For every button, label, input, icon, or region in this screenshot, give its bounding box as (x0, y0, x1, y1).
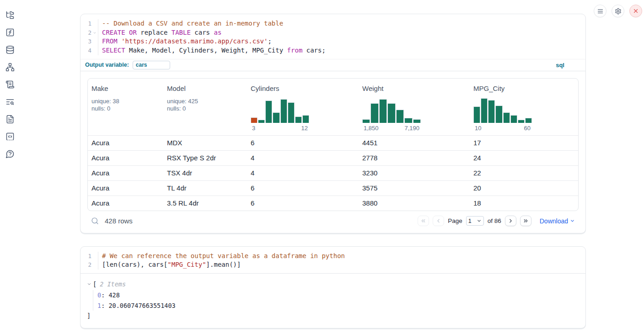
table-cell: TL 4dr (163, 184, 247, 192)
column-header-weight[interactable]: Weight1,8507,190 (359, 79, 470, 135)
page-select[interactable]: 1 (466, 216, 484, 226)
chevrons-right-page-button[interactable] (520, 216, 531, 226)
histogram-bar[interactable] (280, 99, 287, 123)
histogram-bar[interactable] (518, 120, 525, 123)
scroll-icon[interactable] (5, 79, 15, 90)
table-footer: 428 rows Page 1 of 86 Download (87, 211, 579, 231)
table-cell: TSX 4dr (163, 169, 247, 177)
code-text: CREATE OR replace TABLE cars as (98, 28, 221, 37)
histogram-bar[interactable] (510, 115, 517, 123)
document-icon[interactable] (5, 114, 15, 124)
column-summary: unique: 425nulls: 0 (167, 98, 243, 113)
histogram-max-label: 7,190 (404, 125, 419, 132)
histogram-bar[interactable] (404, 118, 412, 123)
column-histogram[interactable]: 1060 (473, 98, 532, 132)
histogram-bar[interactable] (265, 100, 272, 122)
histogram-bar[interactable] (295, 116, 302, 123)
code-line: 4SELECT Make, Model, Cylinders, Weight, … (80, 46, 585, 55)
fold-spacer (91, 252, 98, 261)
notebook-area: 1-- Download a CSV and create an in-memo… (80, 14, 586, 328)
notebook-actions-toolbar (594, 5, 642, 17)
histogram-bar[interactable] (273, 112, 279, 123)
fold-chevron-icon[interactable] (91, 28, 98, 37)
histogram-bar[interactable] (258, 120, 265, 123)
output-variable-label: Output variable: (85, 62, 129, 68)
code-line: 3FROM 'https://datasets.marimo.app/cars.… (80, 37, 585, 46)
line-number: 2 (80, 260, 91, 270)
download-button[interactable]: Download (540, 217, 575, 225)
histogram-bar[interactable] (525, 118, 532, 123)
function-icon[interactable] (5, 27, 15, 37)
sql-code-editor[interactable]: 1-- Download a CSV and create an in-memo… (80, 14, 585, 59)
page-select-value: 1 (468, 218, 472, 224)
line-number: 4 (80, 46, 91, 55)
settings-button[interactable] (612, 5, 624, 17)
table-cell: 6 (247, 184, 359, 192)
column-label: Make (91, 85, 160, 92)
column-label: Model (167, 85, 243, 92)
column-header-model[interactable]: Modelunique: 425nulls: 0 (163, 79, 247, 135)
chevrons-left-page-button (418, 216, 429, 226)
column-histogram[interactable]: 1,8507,190 (362, 98, 421, 132)
close-button[interactable] (629, 5, 642, 17)
table-cell: 17 (470, 139, 578, 147)
output-variable-input[interactable] (133, 61, 170, 69)
histogram-bar[interactable] (370, 103, 378, 123)
items-count-label: 2 Items (100, 280, 126, 288)
row-count: 428 rows (105, 217, 133, 225)
python-code-editor[interactable]: 1# We can reference the output variable … (80, 247, 585, 273)
histogram-bar[interactable] (362, 119, 370, 123)
table-row[interactable]: AcuraTSX 4dr4323022 (88, 165, 578, 180)
histogram-bar[interactable] (488, 100, 495, 123)
histogram-bar[interactable] (302, 115, 309, 123)
chevron-right-page-button[interactable] (505, 216, 516, 226)
bracket-close: ] (87, 311, 579, 320)
code-line: 2[len(cars), cars["MPG_City"].mean()] (80, 260, 585, 270)
code-text: # We can reference the output variable a… (98, 252, 345, 261)
table-cell: 4 (247, 154, 359, 162)
histogram-min-label: 3 (252, 125, 255, 132)
column-header-cylinders[interactable]: Cylinders312 (247, 79, 359, 135)
help-icon[interactable] (5, 149, 15, 159)
language-badge: sql (556, 62, 564, 69)
histogram-max-label: 60 (524, 125, 531, 132)
search-icon[interactable] (91, 217, 99, 225)
line-number: 2 (80, 28, 91, 37)
file-tree-icon[interactable] (5, 10, 15, 20)
menu-button[interactable] (594, 5, 606, 17)
log-search-icon[interactable] (5, 97, 15, 107)
histogram-bar[interactable] (387, 103, 395, 123)
histogram-bar[interactable] (251, 117, 258, 123)
table-cell: 4 (247, 169, 359, 177)
dependency-graph-icon[interactable] (5, 62, 15, 72)
chevron-down-icon (570, 218, 575, 223)
fold-spacer (91, 37, 98, 46)
column-header-make[interactable]: Makeunique: 38nulls: 0 (88, 79, 163, 135)
histogram-bar[interactable] (396, 110, 404, 123)
code-text: FROM 'https://datasets.marimo.app/cars.c… (98, 37, 272, 46)
histogram-bar[interactable] (495, 106, 502, 122)
tree-entry-key: 1 (97, 302, 101, 309)
collapse-chevron-icon[interactable] (87, 282, 91, 286)
table-row[interactable]: AcuraRSX Type S 2dr4277824 (88, 150, 578, 165)
table-row[interactable]: Acura3.5 RL 4dr6388018 (88, 196, 578, 211)
table-cell: 3575 (359, 184, 470, 192)
histogram-bar[interactable] (413, 119, 421, 123)
table-row[interactable]: AcuraMDX6445117 (88, 135, 578, 150)
histogram-bar[interactable] (481, 98, 488, 122)
column-histogram[interactable]: 312 (251, 98, 309, 132)
line-number: 3 (80, 37, 91, 46)
column-header-mpg_city[interactable]: MPG_City1060 (470, 79, 578, 135)
snippets-icon[interactable] (5, 132, 15, 142)
chevron-left-page-button (433, 216, 444, 226)
table-cell: MDX (163, 139, 247, 147)
histogram-bar[interactable] (288, 102, 295, 123)
column-label: MPG_City (473, 85, 574, 92)
table-row[interactable]: AcuraTL 4dr6357520 (88, 180, 578, 196)
histogram-bar[interactable] (473, 106, 480, 123)
sql-cell: 1-- Download a CSV and create an in-memo… (80, 14, 586, 233)
database-icon[interactable] (5, 45, 15, 55)
histogram-bar[interactable] (503, 112, 510, 123)
table-cell: 24 (470, 154, 578, 162)
histogram-bar[interactable] (379, 99, 387, 123)
